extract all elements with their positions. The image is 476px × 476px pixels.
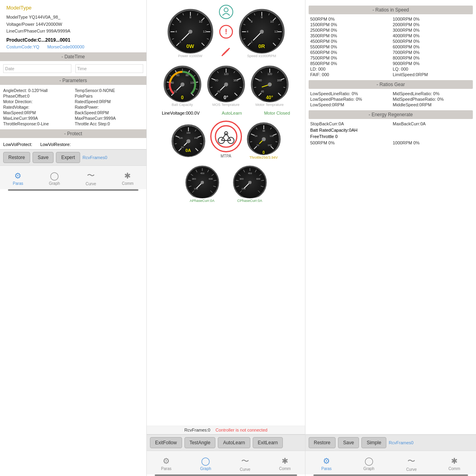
left-divider	[8, 189, 138, 191]
bike-status-icon	[218, 4, 234, 20]
right-nav-paras-label: Paras	[321, 466, 332, 471]
cphase-gauge: CPhaseCurr:0A	[228, 163, 272, 203]
gear-ratios-header: - Ratios Gear	[309, 80, 473, 89]
low-vol-restore: LowVolRestore:	[40, 142, 71, 147]
date-input[interactable]: Date	[3, 64, 71, 73]
param-throttle-acc: Throttle Acc Step:0	[75, 121, 144, 126]
energy-header: - Energy Regenerate	[309, 110, 473, 119]
model-type-label: ModelType	[3, 3, 143, 12]
custom-code: CostumCode:YQ	[6, 44, 39, 49]
motor-temp-sublabel: Motor Temprature	[255, 103, 284, 107]
svg-point-6	[215, 126, 237, 147]
left-nav-graph-label: Graph	[49, 181, 60, 186]
left-nav-bar: ⚙ Paras ◯ Graph 〜 Curve ✱ Comm	[0, 165, 146, 189]
graph-icon: ◯	[50, 171, 59, 180]
mos-gauge: 0° MOS Temprature	[206, 63, 246, 107]
right-nav-graph-label: Graph	[363, 466, 374, 471]
speed-ratio-4000: 4000RPM 0%	[393, 33, 471, 38]
cphase-label: CPhaseCurr:0A	[237, 199, 262, 203]
left-nav-curve[interactable]: 〜 Curve	[86, 170, 96, 186]
param-rated-voltage: RatedVoltage:	[3, 105, 72, 109]
mid-comm-icon: ✱	[282, 456, 288, 466]
left-rcv-frames: RcvFrames0	[83, 155, 107, 160]
left-restore-button[interactable]: Restore	[3, 152, 30, 163]
right-nav-bar: ⚙ Paras ◯ Graph 〜 Curve ✱ Comm	[305, 451, 476, 474]
param-throttle-response: ThrottleResponse:0-Line	[3, 121, 72, 126]
speed-ratio-7500: 7500RPM 0%	[310, 56, 389, 60]
param-max-speed: MaxSpeed:0RPM	[3, 110, 72, 115]
zero-a-gauge: 0A	[171, 121, 206, 157]
left-nav-paras[interactable]: ⚙ Paras	[13, 171, 23, 186]
power-sublabel: Power x1000W	[178, 54, 202, 58]
svg-point-1	[224, 8, 228, 12]
right-nav-curve[interactable]: 〜 Curve	[406, 456, 417, 472]
gear-icon: ⚙	[14, 171, 21, 180]
low-vol-protect: LowVolProtect:	[3, 142, 32, 147]
mos-sublabel: MOS Temprature	[212, 103, 239, 107]
left-nav-comm[interactable]: ✱ Comm	[122, 171, 133, 186]
right-bottom-bar: Restore Save Simple RcvFrames0	[305, 434, 476, 451]
not-connected: Controller is not connected	[215, 428, 267, 432]
param-temp-sensor: TempSensor:0-NONE	[75, 88, 144, 93]
exit-learn-button[interactable]: ExitLearn	[253, 437, 283, 448]
left-nav-graph[interactable]: ◯ Graph	[49, 171, 60, 186]
speed-ratio-6000: 6000RPM 0%	[393, 44, 471, 49]
status-bar: RcvFrames:0 Controller is not connected	[147, 426, 305, 434]
rcv-frames: RcvFrames:0	[184, 428, 210, 432]
left-nav-comm-label: Comm	[122, 181, 133, 186]
protect-section: LowVolProtect: LowVolRestore:	[0, 140, 146, 149]
auto-learn-button[interactable]: AutoLearn	[218, 437, 250, 448]
exit-follow-button[interactable]: ExitFollow	[150, 437, 182, 448]
param-motor-direction: Motor Direction:	[3, 99, 72, 104]
mid-nav-comm[interactable]: ✱ Comm	[279, 456, 290, 471]
ld-value: LD: 000	[310, 67, 389, 71]
low-speed-phase-ratio: LowSpeedPhaseRatio: 0%	[310, 97, 389, 102]
batt-sublabel: Batt Capacity	[172, 103, 193, 107]
free-throttle: FreeThrottle 0	[309, 133, 473, 140]
speed-ratio-2500: 2500RPM 0%	[310, 28, 389, 33]
param-back-speed: BackSpeed:0RPM	[75, 110, 144, 115]
power-gauge: 0W Power x1000W	[167, 6, 214, 58]
product-code: ProductCode:C...2019...0001	[3, 36, 143, 44]
right-nav-paras[interactable]: ⚙ Paras	[321, 456, 332, 471]
mid-divider	[155, 474, 297, 476]
mid-nav-paras[interactable]: ⚙ Paras	[161, 456, 171, 471]
lq-value: LQ: 000	[393, 67, 471, 71]
mid-nav-curve[interactable]: 〜 Curve	[240, 456, 251, 472]
param-phase-offset: PhaseOffset:0	[3, 94, 72, 98]
right-simple-button[interactable]: Simple	[361, 437, 386, 448]
energy-1000rpm: 1000RPM 0%	[393, 140, 471, 145]
right-restore-button[interactable]: Restore	[309, 437, 336, 448]
stop-back-curr: StopBackCurr:0A	[310, 121, 389, 126]
test-angle-button[interactable]: TestAngle	[184, 437, 216, 448]
mid-nav-paras-label: Paras	[161, 466, 171, 471]
left-expert-button[interactable]: Expert	[56, 152, 80, 163]
svg-line-5	[224, 50, 228, 54]
warning-icon: !	[218, 24, 234, 40]
aphase-gauge: APhaseCurr:0A	[180, 163, 224, 203]
right-nav-graph[interactable]: ◯ Graph	[363, 456, 374, 471]
left-nav-curve-label: Curve	[86, 182, 96, 186]
protect-header: - Protect	[0, 129, 146, 138]
right-save-button[interactable]: Save	[338, 437, 359, 448]
faif-value: FAIF: 000	[310, 72, 389, 77]
motor-temp-value: 40°	[266, 95, 273, 100]
mid-nav-graph[interactable]: ◯ Graph	[200, 456, 211, 471]
time-input[interactable]: Time	[75, 64, 144, 73]
middle-speed: MiddleSpeed:0RPM	[393, 102, 471, 107]
model-info: ModelType YQ144V0A_98_ Voltage/Power 144…	[3, 12, 143, 36]
wrench-icon	[218, 44, 234, 60]
aphase-label: APhaseCurr:0A	[190, 199, 215, 203]
left-save-button[interactable]: Save	[33, 152, 54, 163]
mid-nav-graph-label: Graph	[200, 466, 211, 471]
right-nav-comm[interactable]: ✱ Comm	[449, 456, 460, 471]
mid-speed-line-ratio: MidSpeedLineRatio: 0%	[393, 91, 471, 96]
speed-gauge: 0R Speed x1000RPM	[238, 6, 286, 58]
right-divider	[313, 474, 468, 476]
mtpa-icon	[210, 121, 242, 152]
speed-value: 0R	[258, 43, 265, 49]
left-panel: ModelType ModelType YQ144V0A_98_ Voltage…	[0, 0, 147, 476]
curve-icon: 〜	[87, 170, 95, 181]
batt-gauge: 0 Batt Capacity	[163, 63, 202, 107]
param-rated-power: RatedPower:	[75, 105, 144, 109]
